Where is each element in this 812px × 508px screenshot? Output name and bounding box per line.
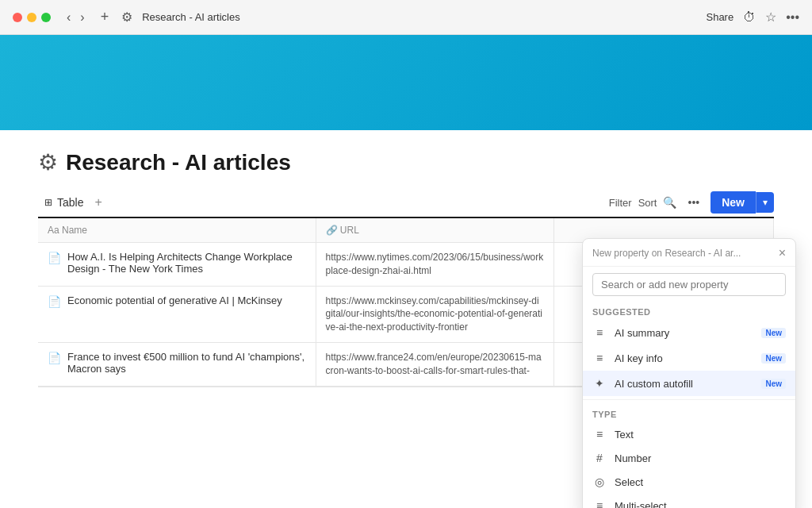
row-3-url-text[interactable]: https://www.france24.com/en/europe/20230…: [326, 352, 542, 376]
maximize-traffic-light[interactable]: [41, 13, 51, 22]
minimize-traffic-light[interactable]: [27, 13, 36, 22]
property-search-input[interactable]: [592, 273, 786, 296]
type-multi-select[interactable]: ≡ Multi-select: [583, 494, 795, 508]
select-type-icon: ◎: [592, 475, 607, 488]
more-button[interactable]: •••: [683, 194, 704, 210]
column-url-label: 🔗 URL: [326, 225, 359, 236]
row-3-name-text[interactable]: France to invest €500 million to fund AI…: [67, 351, 306, 375]
search-row: [583, 267, 795, 302]
row-3-url: https://www.france24.com/en/europe/20230…: [316, 342, 553, 386]
table-icon: ⊞: [44, 197, 52, 208]
window-title: Research - AI articles: [142, 11, 696, 23]
ai-custom-autofill-label: AI custom autofill: [615, 378, 753, 390]
ai-custom-autofill-badge: New: [761, 379, 786, 389]
titlebar-actions: Share ⏱ ☆ •••: [706, 10, 799, 25]
row-2-url: https://www.mckinsey.com/capabilities/mc…: [316, 286, 553, 342]
ai-summary-icon: ≡: [592, 326, 607, 339]
table-tab[interactable]: ⊞ Table: [38, 193, 90, 212]
row-1-name-text[interactable]: How A.I. Is Helping Architects Change Wo…: [67, 251, 306, 275]
doc-icon: 📄: [48, 352, 61, 364]
search-button[interactable]: 🔍: [663, 196, 676, 209]
ai-key-info-icon: ≡: [592, 352, 607, 364]
row-1-url-text[interactable]: https://www.nytimes.com/2023/06/15/busin…: [326, 252, 544, 276]
titlebar: ‹ › + ⚙ Research - AI articles Share ⏱ ☆…: [0, 0, 812, 35]
type-text[interactable]: ≡ Text: [583, 422, 795, 446]
nav-buttons: ‹ ›: [63, 9, 88, 26]
page-header: ⚙ Research - AI articles: [38, 149, 774, 175]
table-tab-label: Table: [57, 196, 83, 209]
ai-custom-autofill-icon: ✦: [592, 377, 607, 390]
number-type-icon: #: [592, 452, 607, 464]
workspace-icon: ⚙: [121, 10, 132, 25]
type-number[interactable]: # Number: [583, 446, 795, 470]
doc-icon: 📄: [48, 252, 61, 264]
suggestion-ai-key-info[interactable]: ≡ AI key info New: [583, 345, 795, 371]
column-name-label: Aa Name: [48, 225, 87, 236]
suggested-section-label: Suggested: [583, 302, 795, 320]
filter-button[interactable]: Filter: [609, 197, 632, 209]
traffic-lights: [13, 13, 51, 22]
type-section-label: Type: [583, 403, 795, 422]
new-button[interactable]: New: [710, 191, 756, 214]
row-3-name: 📄 France to invest €500 million to fund …: [38, 342, 316, 386]
row-2-name: 📄 Economic potential of generative AI | …: [38, 286, 316, 342]
view-toolbar: ⊞ Table + Filter Sort 🔍 ••• New ▾: [38, 191, 774, 218]
more-options-icon[interactable]: •••: [786, 10, 799, 25]
row-1-name: 📄 How A.I. Is Helping Architects Change …: [38, 243, 316, 287]
ai-summary-label: AI summary: [615, 327, 753, 339]
ai-key-info-badge: New: [761, 353, 786, 364]
back-button[interactable]: ‹: [63, 9, 74, 26]
page-banner: [0, 35, 812, 130]
forward-button[interactable]: ›: [77, 9, 87, 26]
toolbar-right: Filter Sort 🔍 ••• New ▾: [609, 191, 774, 214]
select-type-label: Select: [615, 476, 643, 488]
number-type-label: Number: [615, 452, 651, 464]
close-dropdown-button[interactable]: ×: [779, 247, 786, 260]
type-select[interactable]: ◎ Select: [583, 470, 795, 494]
multi-select-type-icon: ≡: [592, 499, 607, 508]
page-title: Research - AI articles: [66, 150, 291, 175]
add-view-button[interactable]: +: [90, 194, 106, 211]
close-traffic-light[interactable]: [13, 13, 22, 22]
share-button[interactable]: Share: [706, 11, 733, 23]
row-2-name-text[interactable]: Economic potential of generative AI | Mc…: [67, 294, 282, 306]
star-icon[interactable]: ☆: [765, 10, 776, 25]
row-2-url-text[interactable]: https://www.mckinsey.com/capabilities/mc…: [326, 295, 542, 333]
text-type-label: Text: [615, 429, 634, 441]
new-property-dropdown: New property on Research - AI ar... × Su…: [582, 238, 796, 508]
suggestion-ai-custom-autofill[interactable]: ✦ AI custom autofill New: [583, 371, 795, 396]
page-icon: ⚙: [38, 149, 58, 175]
dropdown-header: New property on Research - AI ar... ×: [583, 239, 795, 267]
column-header-url: 🔗 URL: [316, 218, 553, 243]
ai-summary-badge: New: [761, 328, 786, 338]
history-icon[interactable]: ⏱: [743, 10, 756, 25]
ai-key-info-label: AI key info: [615, 352, 753, 364]
new-chevron-button[interactable]: ▾: [756, 192, 774, 213]
sort-button[interactable]: Sort: [638, 197, 657, 209]
doc-icon: 📄: [48, 295, 61, 308]
column-header-name: Aa Name: [38, 218, 316, 243]
text-type-icon: ≡: [592, 428, 607, 441]
add-tab-button[interactable]: +: [98, 7, 113, 27]
new-button-group: New ▾: [710, 191, 774, 214]
multi-select-type-label: Multi-select: [615, 500, 667, 509]
row-1-url: https://www.nytimes.com/2023/06/15/busin…: [316, 243, 553, 287]
type-section: Type ≡ Text # Number ◎ Select ≡ Multi-se…: [583, 399, 795, 508]
suggestion-ai-summary[interactable]: ≡ AI summary New: [583, 320, 795, 345]
dropdown-title: New property on Research - AI ar...: [592, 248, 741, 259]
